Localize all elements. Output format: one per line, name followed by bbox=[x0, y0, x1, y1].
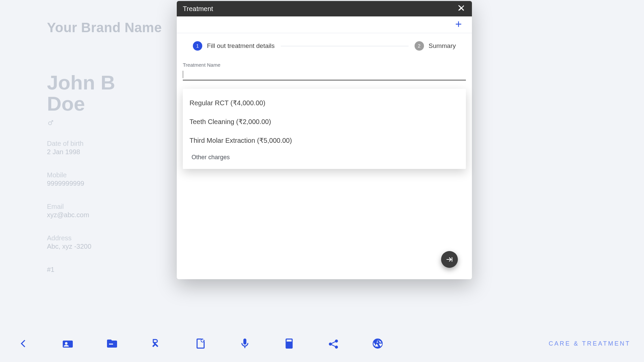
treatment-option[interactable]: Third Molar Extraction (₹5,000.00) bbox=[183, 131, 466, 150]
patient-name: John B Doe bbox=[47, 72, 134, 114]
share-icon bbox=[327, 338, 339, 350]
next-button[interactable] bbox=[441, 251, 458, 268]
treatment-name-field: Treatment Name bbox=[177, 59, 472, 80]
folder-icon bbox=[106, 338, 118, 350]
step-1-badge: 1 bbox=[193, 41, 202, 51]
calculator-icon bbox=[283, 338, 295, 350]
modal-header: Treatment bbox=[177, 1, 472, 16]
add-treatment-button[interactable] bbox=[454, 19, 463, 30]
step-2-badge: 2 bbox=[415, 41, 424, 51]
rx-icon bbox=[150, 338, 162, 350]
step-1-label: Fill out treatment details bbox=[207, 42, 275, 50]
folder-button[interactable] bbox=[102, 334, 122, 354]
arrow-right-end-icon bbox=[445, 255, 454, 264]
add-note-button[interactable] bbox=[191, 334, 211, 354]
id-card-icon bbox=[62, 338, 74, 350]
chevron-left-icon bbox=[17, 338, 30, 350]
treatment-option[interactable]: Regular RCT (₹4,000.00) bbox=[183, 94, 466, 112]
treatment-name-input[interactable] bbox=[183, 68, 466, 80]
step-2-label: Summary bbox=[429, 42, 456, 50]
modal-toolbar bbox=[177, 16, 472, 33]
text-caret bbox=[183, 71, 183, 78]
stepper: 1 Fill out treatment details 2 Summary bbox=[177, 33, 472, 59]
aperture-icon bbox=[372, 338, 384, 350]
treatment-name-label: Treatment Name bbox=[183, 62, 466, 68]
bottom-toolbar: CARE & TREATMENT bbox=[0, 325, 644, 362]
share-button[interactable] bbox=[323, 334, 343, 354]
step-2[interactable]: 2 Summary bbox=[415, 41, 456, 51]
step-1[interactable]: 1 Fill out treatment details bbox=[193, 41, 275, 51]
prescription-button[interactable] bbox=[146, 334, 166, 354]
treatment-options-dropdown: Regular RCT (₹4,000.00) Teeth Cleaning (… bbox=[183, 89, 466, 169]
treatment-option-other[interactable]: Other charges bbox=[183, 150, 466, 166]
back-button[interactable] bbox=[13, 334, 34, 354]
plus-icon bbox=[454, 19, 463, 29]
mic-icon bbox=[239, 338, 251, 350]
patient-card-button[interactable] bbox=[58, 334, 78, 354]
close-button[interactable] bbox=[457, 4, 466, 14]
treatment-option[interactable]: Teeth Cleaning (₹2,000.00) bbox=[183, 112, 466, 131]
calculator-button[interactable] bbox=[279, 334, 299, 354]
modal-title: Treatment bbox=[183, 5, 213, 13]
note-add-icon bbox=[195, 338, 207, 350]
stepper-connector bbox=[281, 46, 409, 46]
care-treatment-label[interactable]: CARE & TREATMENT bbox=[549, 340, 631, 347]
camera-button[interactable] bbox=[368, 334, 388, 354]
close-icon bbox=[457, 4, 466, 12]
voice-button[interactable] bbox=[235, 334, 255, 354]
treatment-modal: Treatment 1 Fill out treatment details 2… bbox=[177, 1, 472, 279]
